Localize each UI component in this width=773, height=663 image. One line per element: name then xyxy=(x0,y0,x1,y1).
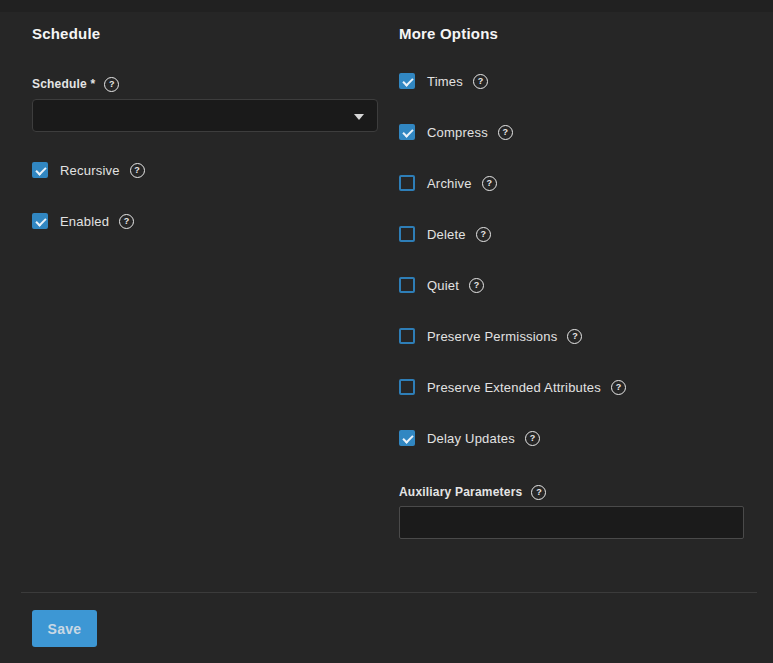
schedule-field-label: Schedule * xyxy=(32,77,95,91)
save-button[interactable]: Save xyxy=(32,610,97,647)
preserve-extended-attributes-checkbox-row[interactable]: Preserve Extended Attributes ? xyxy=(399,378,626,396)
preserve-extended-attributes-checkbox[interactable] xyxy=(399,379,415,395)
delete-checkbox-row[interactable]: Delete ? xyxy=(399,225,491,243)
help-icon[interactable]: ? xyxy=(119,214,134,229)
help-icon[interactable]: ? xyxy=(531,485,546,500)
delete-checkbox[interactable] xyxy=(399,226,415,242)
help-icon[interactable]: ? xyxy=(476,227,491,242)
compress-checkbox[interactable] xyxy=(399,124,415,140)
help-icon[interactable]: ? xyxy=(498,125,513,140)
archive-checkbox[interactable] xyxy=(399,175,415,191)
delay-updates-checkbox-label: Delay Updates xyxy=(427,431,515,446)
recursive-checkbox[interactable] xyxy=(32,162,48,178)
enabled-checkbox-row[interactable]: Enabled ? xyxy=(32,212,134,230)
preserve-permissions-checkbox-row[interactable]: Preserve Permissions ? xyxy=(399,327,582,345)
compress-checkbox-label: Compress xyxy=(427,125,488,140)
auxiliary-parameters-input[interactable] xyxy=(399,506,744,539)
help-icon[interactable]: ? xyxy=(525,431,540,446)
auxiliary-parameters-label: Auxiliary Parameters xyxy=(399,485,522,499)
preserve-permissions-checkbox[interactable] xyxy=(399,328,415,344)
delete-checkbox-label: Delete xyxy=(427,227,466,242)
preserve-permissions-checkbox-label: Preserve Permissions xyxy=(427,329,557,344)
preserve-extended-attributes-checkbox-label: Preserve Extended Attributes xyxy=(427,380,601,395)
recursive-checkbox-row[interactable]: Recursive ? xyxy=(32,161,145,179)
help-icon[interactable]: ? xyxy=(473,74,488,89)
schedule-section-title: Schedule xyxy=(32,25,100,42)
help-icon[interactable]: ? xyxy=(611,380,626,395)
archive-checkbox-label: Archive xyxy=(427,176,472,191)
times-checkbox-label: Times xyxy=(427,74,463,89)
quiet-checkbox-row[interactable]: Quiet ? xyxy=(399,276,484,294)
enabled-checkbox[interactable] xyxy=(32,213,48,229)
help-icon[interactable]: ? xyxy=(567,329,582,344)
quiet-checkbox[interactable] xyxy=(399,277,415,293)
enabled-checkbox-label: Enabled xyxy=(60,214,109,229)
recursive-checkbox-label: Recursive xyxy=(60,163,120,178)
help-icon[interactable]: ? xyxy=(469,278,484,293)
quiet-checkbox-label: Quiet xyxy=(427,278,459,293)
help-icon[interactable]: ? xyxy=(104,77,119,92)
schedule-field-label-row: Schedule * ? xyxy=(32,76,119,92)
schedule-select[interactable] xyxy=(32,99,378,132)
more-options-section-title: More Options xyxy=(399,25,498,42)
footer-divider xyxy=(21,592,757,593)
help-icon[interactable]: ? xyxy=(482,176,497,191)
delay-updates-checkbox-row[interactable]: Delay Updates ? xyxy=(399,429,540,447)
archive-checkbox-row[interactable]: Archive ? xyxy=(399,174,497,192)
help-icon[interactable]: ? xyxy=(130,163,145,178)
chevron-down-icon xyxy=(354,114,364,120)
delay-updates-checkbox[interactable] xyxy=(399,430,415,446)
times-checkbox[interactable] xyxy=(399,73,415,89)
times-checkbox-row[interactable]: Times ? xyxy=(399,72,488,90)
top-edge-shadow xyxy=(0,0,773,12)
compress-checkbox-row[interactable]: Compress ? xyxy=(399,123,513,141)
auxiliary-parameters-label-row: Auxiliary Parameters ? xyxy=(399,484,546,500)
